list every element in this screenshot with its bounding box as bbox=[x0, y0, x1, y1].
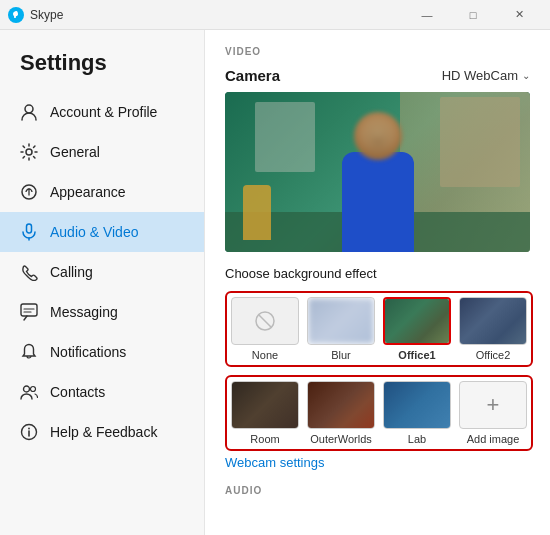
info-icon bbox=[20, 423, 38, 441]
svg-line-15 bbox=[259, 315, 271, 327]
svg-point-2 bbox=[26, 149, 32, 155]
sidebar-item-appearance[interactable]: Appearance bbox=[0, 172, 204, 212]
effect-blur-label: Blur bbox=[331, 349, 351, 361]
effect-office1-label: Office1 bbox=[398, 349, 435, 361]
camera-preview bbox=[225, 92, 530, 252]
effect-none-thumb bbox=[231, 297, 299, 345]
sidebar-item-contacts-label: Contacts bbox=[50, 384, 105, 400]
app-icon bbox=[8, 7, 24, 23]
sidebar-item-audio-video[interactable]: Audio & Video bbox=[0, 212, 204, 252]
effect-office2-thumb bbox=[459, 297, 527, 345]
effect-office1[interactable]: Office1 bbox=[383, 297, 451, 361]
camera-select-dropdown[interactable]: HD WebCam ⌄ bbox=[442, 68, 530, 83]
window-controls: — □ ✕ bbox=[404, 0, 542, 30]
effect-office2[interactable]: Office2 bbox=[459, 297, 527, 361]
sidebar-item-help[interactable]: Help & Feedback bbox=[0, 412, 204, 452]
sidebar-item-account-label: Account & Profile bbox=[50, 104, 157, 120]
appearance-icon bbox=[20, 183, 38, 201]
sidebar-item-help-label: Help & Feedback bbox=[50, 424, 157, 440]
people-icon bbox=[20, 383, 38, 401]
audio-section-label: AUDIO bbox=[225, 485, 530, 496]
sidebar-item-audio-video-label: Audio & Video bbox=[50, 224, 138, 240]
content-area: VIDEO Camera HD WebCam ⌄ bbox=[205, 30, 550, 535]
svg-point-13 bbox=[28, 428, 30, 430]
app-title: Skype bbox=[30, 8, 404, 22]
webcam-settings-link[interactable]: Webcam settings bbox=[225, 455, 324, 470]
effect-blur-thumb bbox=[307, 297, 375, 345]
minimize-button[interactable]: — bbox=[404, 0, 450, 30]
sidebar-item-general-label: General bbox=[50, 144, 100, 160]
effect-office2-label: Office2 bbox=[476, 349, 511, 361]
effect-add-label: Add image bbox=[467, 433, 520, 445]
sidebar-item-calling-label: Calling bbox=[50, 264, 93, 280]
effect-room[interactable]: Room bbox=[231, 381, 299, 445]
maximize-button[interactable]: □ bbox=[450, 0, 496, 30]
effect-outerworlds-label: OuterWorlds bbox=[310, 433, 372, 445]
close-button[interactable]: ✕ bbox=[496, 0, 542, 30]
titlebar: Skype — □ ✕ bbox=[0, 0, 550, 30]
effect-lab-thumb bbox=[383, 381, 451, 429]
effect-outerworlds[interactable]: OuterWorlds bbox=[307, 381, 375, 445]
sidebar-item-notifications[interactable]: Notifications bbox=[0, 332, 204, 372]
mic-icon bbox=[20, 223, 38, 241]
person-icon bbox=[20, 103, 38, 121]
bell-icon bbox=[20, 343, 38, 361]
bg-effects-label: Choose background effect bbox=[225, 266, 530, 281]
svg-point-10 bbox=[31, 387, 36, 392]
chat-icon bbox=[20, 303, 38, 321]
effect-blur[interactable]: Blur bbox=[307, 297, 375, 361]
effect-add-image[interactable]: + Add image bbox=[459, 381, 527, 445]
effect-none[interactable]: None bbox=[231, 297, 299, 361]
main-container: Settings Account & Profile General bbox=[0, 30, 550, 535]
settings-title: Settings bbox=[0, 50, 204, 92]
svg-rect-6 bbox=[21, 304, 37, 316]
effect-lab-label: Lab bbox=[408, 433, 426, 445]
sidebar-item-contacts[interactable]: Contacts bbox=[0, 372, 204, 412]
effect-add-thumb: + bbox=[459, 381, 527, 429]
add-plus-icon: + bbox=[487, 394, 500, 416]
effect-office1-thumb bbox=[383, 297, 451, 345]
video-section-label: VIDEO bbox=[225, 46, 530, 57]
effect-none-label: None bbox=[252, 349, 278, 361]
camera-label: Camera bbox=[225, 67, 280, 84]
svg-point-1 bbox=[25, 105, 33, 113]
effect-room-thumb bbox=[231, 381, 299, 429]
effect-lab[interactable]: Lab bbox=[383, 381, 451, 445]
gear-icon bbox=[20, 143, 38, 161]
sidebar-item-messaging-label: Messaging bbox=[50, 304, 118, 320]
sidebar-item-notifications-label: Notifications bbox=[50, 344, 126, 360]
effect-outerworlds-thumb bbox=[307, 381, 375, 429]
sidebar-item-calling[interactable]: Calling bbox=[0, 252, 204, 292]
phone-icon bbox=[20, 263, 38, 281]
sidebar-item-account[interactable]: Account & Profile bbox=[0, 92, 204, 132]
effects-row-2: Room OuterWorlds Lab + Add bbox=[225, 375, 533, 451]
svg-point-9 bbox=[24, 386, 30, 392]
effects-row-1: None Blur Office1 Office2 bbox=[225, 291, 533, 367]
chevron-down-icon: ⌄ bbox=[522, 70, 530, 81]
sidebar: Settings Account & Profile General bbox=[0, 30, 205, 535]
svg-rect-4 bbox=[27, 224, 32, 233]
sidebar-item-appearance-label: Appearance bbox=[50, 184, 126, 200]
camera-row: Camera HD WebCam ⌄ bbox=[225, 67, 530, 84]
sidebar-item-messaging[interactable]: Messaging bbox=[0, 292, 204, 332]
camera-device-name: HD WebCam bbox=[442, 68, 518, 83]
effect-room-label: Room bbox=[250, 433, 279, 445]
sidebar-item-general[interactable]: General bbox=[0, 132, 204, 172]
